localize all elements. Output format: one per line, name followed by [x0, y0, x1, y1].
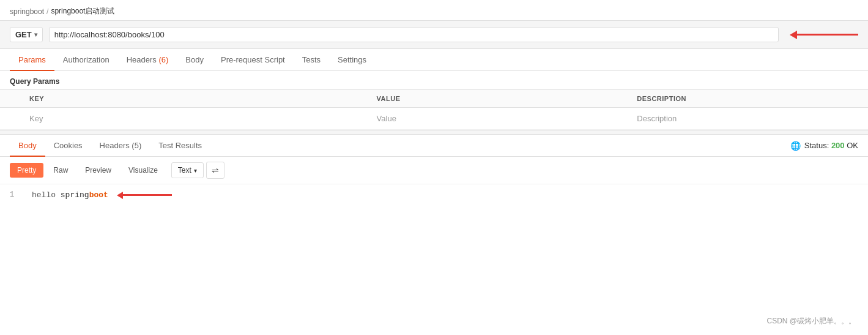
- url-input[interactable]: [49, 27, 779, 42]
- response-status-area: 🌐 Status: 200 OK: [790, 141, 858, 151]
- url-bar: GET ▾: [0, 20, 868, 49]
- response-tab-bar: Body Cookies Headers (5) Test Results 🌐 …: [0, 135, 868, 157]
- format-raw-button[interactable]: Raw: [46, 163, 75, 178]
- breadcrumb-separator: /: [46, 7, 48, 16]
- breadcrumb-parent[interactable]: springboot: [10, 7, 44, 16]
- format-type-label: Text: [178, 166, 191, 175]
- response-tab-body[interactable]: Body: [10, 135, 45, 156]
- format-preview-button[interactable]: Preview: [78, 163, 119, 178]
- wrap-icon: ⇌: [212, 165, 219, 175]
- response-tab-test-results[interactable]: Test Results: [150, 135, 210, 156]
- value-placeholder[interactable]: Value: [367, 108, 628, 130]
- method-select[interactable]: GET ▾: [10, 27, 43, 42]
- col-value: VALUE: [367, 90, 628, 108]
- chevron-down-icon: ▾: [194, 167, 197, 174]
- globe-icon: 🌐: [790, 141, 801, 151]
- col-key: KEY: [20, 90, 367, 108]
- col-checkbox: [0, 90, 20, 108]
- params-table: KEY VALUE DESCRIPTION Key Value Descript…: [0, 89, 868, 130]
- row-checkbox: [0, 108, 20, 130]
- table-row: Key Value Description: [0, 108, 868, 130]
- query-params-title: Query Params: [0, 71, 868, 89]
- tab-settings[interactable]: Settings: [329, 49, 375, 70]
- description-placeholder[interactable]: Description: [627, 108, 868, 130]
- col-description: DESCRIPTION: [627, 90, 868, 108]
- breadcrumb: springboot / springboot启动测试: [0, 0, 868, 20]
- tab-headers[interactable]: Headers (6): [118, 49, 177, 70]
- url-arrow-annotation: [790, 31, 858, 39]
- response-body: 1 hello springboot: [0, 184, 868, 206]
- wrap-button[interactable]: ⇌: [206, 162, 224, 179]
- section-divider: [0, 130, 868, 135]
- tab-params[interactable]: Params: [10, 49, 54, 70]
- tab-pre-request-script[interactable]: Pre-request Script: [212, 49, 294, 70]
- response-content: hello springboot: [32, 190, 172, 200]
- format-type-select[interactable]: Text ▾: [171, 162, 204, 178]
- format-pretty-button[interactable]: Pretty: [10, 163, 43, 178]
- status-text: Status: 200 OK: [804, 141, 858, 150]
- request-tab-bar: Params Authorization Headers (6) Body Pr…: [0, 49, 868, 71]
- breadcrumb-current: springboot启动测试: [51, 6, 114, 17]
- tab-authorization[interactable]: Authorization: [54, 49, 118, 70]
- response-tab-headers[interactable]: Headers (5): [91, 135, 150, 156]
- chevron-down-icon: ▾: [34, 31, 37, 38]
- line-number-1: 1: [10, 190, 22, 199]
- watermark: CSDN @碳烤小肥羊。。。: [766, 316, 856, 326]
- tab-body[interactable]: Body: [177, 49, 212, 70]
- method-label: GET: [15, 30, 32, 39]
- format-bar: Pretty Raw Preview Visualize Text ▾ ⇌: [0, 157, 868, 184]
- response-tab-cookies[interactable]: Cookies: [45, 135, 91, 156]
- tab-tests[interactable]: Tests: [294, 49, 329, 70]
- response-arrow-annotation: [117, 192, 172, 199]
- key-placeholder[interactable]: Key: [20, 108, 367, 130]
- format-visualize-button[interactable]: Visualize: [121, 163, 165, 178]
